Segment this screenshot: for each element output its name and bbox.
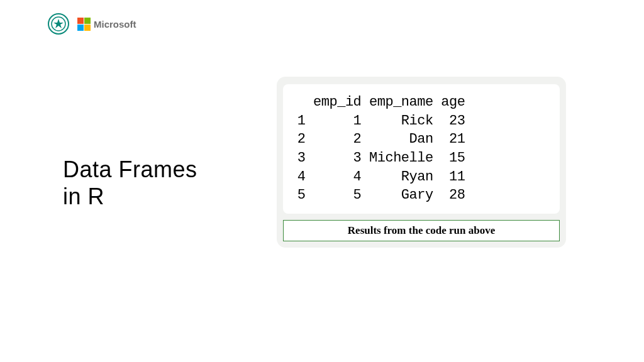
microsoft-label: Microsoft [94,19,136,30]
institution-seal-icon [47,13,70,35]
title-line-1: Data Frames [63,156,197,182]
output-panel: emp_id emp_name age 1 1 Rick 23 2 2 Dan … [277,77,566,248]
header-logos: Microsoft [47,13,136,35]
output-caption: Results from the code run above [283,220,560,241]
slide-title: Data Frames in R [63,156,197,210]
microsoft-grid-icon [77,18,91,31]
microsoft-logo: Microsoft [77,18,136,31]
title-line-2: in R [63,184,104,209]
r-console-output: emp_id emp_name age 1 1 Rick 23 2 2 Dan … [283,84,560,214]
